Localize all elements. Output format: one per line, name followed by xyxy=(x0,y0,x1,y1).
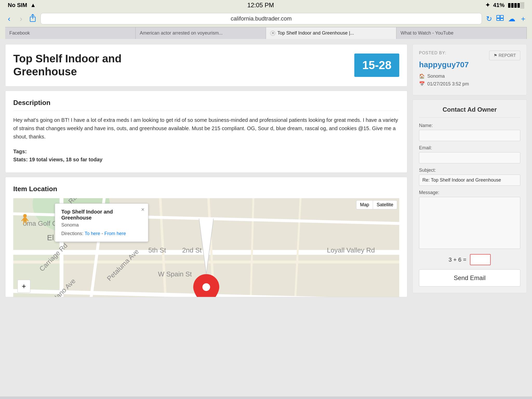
satellite-view-button[interactable]: Satellite xyxy=(373,200,397,209)
svg-rect-4 xyxy=(497,18,500,21)
map-zoom-button[interactable]: + xyxy=(17,280,30,293)
svg-point-39 xyxy=(23,214,27,218)
svg-rect-5 xyxy=(500,18,503,21)
tabs-button[interactable] xyxy=(496,15,504,23)
message-label: Message: xyxy=(419,190,520,195)
svg-line-43 xyxy=(23,222,24,224)
wifi-icon: ▲ xyxy=(30,2,36,9)
svg-text:W Spain St: W Spain St xyxy=(158,270,192,278)
status-right: ✦ 41% ▮▮▮▮░ xyxy=(485,2,524,9)
report-label: REPORT xyxy=(499,53,516,58)
popup-directions: Directions: To here - From here xyxy=(61,231,142,236)
name-input[interactable] xyxy=(419,130,520,141)
left-column: Top Shelf Indoor andGreenhouse 15-28 Des… xyxy=(5,44,407,391)
tags-stats: Tags: Stats: 19 total views, 18 so far t… xyxy=(13,149,399,163)
tab-close-budtrader[interactable]: ✕ xyxy=(270,31,275,36)
tab-label-youtube: What to Watch - YouTube xyxy=(401,30,454,36)
location-text: Sonoma xyxy=(427,74,445,79)
contact-box: Contact Ad Owner Name: Email: Subject: M… xyxy=(413,99,527,293)
tab-actor[interactable]: American actor arrested on voyeurism... xyxy=(136,27,266,39)
battery-label: 41% xyxy=(493,2,504,9)
status-time: 12:05 PM xyxy=(247,2,274,9)
description-heading: Description xyxy=(13,99,399,111)
svg-rect-3 xyxy=(500,15,503,18)
captcha-row: 3 + 6 = xyxy=(419,254,520,265)
popup-title: Top Shelf Indoor and Greenhouse xyxy=(61,209,142,221)
tab-label-budtrader: Top Shelf Indoor and Greenhouse |... xyxy=(277,30,354,36)
browser-chrome: ‹ › ↻ ☁ ＋ Facebook American act xyxy=(0,10,532,39)
new-tab-button[interactable]: ＋ xyxy=(520,14,527,24)
poster-date: 📅 01/27/2015 3:52 pm xyxy=(419,81,520,87)
posted-by-label: POSTED BY: xyxy=(419,51,446,55)
svg-rect-40 xyxy=(23,218,27,222)
tab-youtube[interactable]: What to Watch - YouTube xyxy=(396,27,527,39)
tab-budtrader[interactable]: ✕ Top Shelf Indoor and Greenhouse |... xyxy=(266,27,396,39)
date-text: 01/27/2015 3:52 pm xyxy=(427,81,469,87)
page-content: Top Shelf Indoor andGreenhouse 15-28 Des… xyxy=(0,39,532,396)
bookmarks-button[interactable]: ☁ xyxy=(508,15,515,23)
subject-label: Subject: xyxy=(419,168,520,173)
url-bar[interactable] xyxy=(41,13,482,24)
tabs-bar: Facebook American actor arrested on voye… xyxy=(5,27,527,39)
map-container[interactable]: Arnold Dr Railroad Ave Verano Ave Carria… xyxy=(13,198,399,297)
tags-label: Tags: xyxy=(13,149,27,154)
title-box: Top Shelf Indoor andGreenhouse 15-28 xyxy=(5,44,407,87)
svg-text:5th St: 5th St xyxy=(148,246,166,254)
carrier-label: No SIM xyxy=(8,2,27,9)
description-text: Hey what's going on BT! I have a lot of … xyxy=(13,116,399,141)
forward-button[interactable]: › xyxy=(17,13,25,24)
stats-value: 19 total views, 18 so far today xyxy=(29,157,102,162)
flag-icon: ⚑ xyxy=(494,53,497,58)
home-icon: 🏠 xyxy=(419,73,425,79)
svg-line-41 xyxy=(22,219,23,221)
captcha-expression: 3 + 6 = xyxy=(449,256,467,263)
subject-input[interactable] xyxy=(419,175,520,186)
popup-location: Sonoma xyxy=(61,222,142,228)
location-heading: Item Location xyxy=(13,185,399,193)
price-badge: 15-28 xyxy=(354,54,399,77)
posted-by-box: POSTED BY: ⚑ REPORT happyguy707 🏠 Sonoma… xyxy=(413,44,527,95)
from-here-link[interactable]: From here xyxy=(104,231,126,236)
svg-point-38 xyxy=(202,283,210,291)
map-view-button[interactable]: Map xyxy=(356,200,373,209)
share-button[interactable] xyxy=(29,14,36,24)
back-button[interactable]: ‹ xyxy=(5,13,13,24)
name-label: Name: xyxy=(419,123,520,128)
reload-button[interactable]: ↻ xyxy=(486,15,492,23)
svg-line-44 xyxy=(26,222,26,224)
directions-label: Directions: xyxy=(61,231,83,236)
poster-location: 🏠 Sonoma xyxy=(419,73,520,79)
tab-facebook[interactable]: Facebook xyxy=(5,27,136,39)
battery-icon: ▮▮▮▮░ xyxy=(508,2,524,9)
location-box: Item Location xyxy=(5,177,407,297)
calendar-icon: 📅 xyxy=(419,81,425,87)
report-button[interactable]: ⚑ REPORT xyxy=(489,51,520,60)
map-controls: Map Satellite xyxy=(356,200,397,209)
svg-text:Loyall Valley Rd: Loyall Valley Rd xyxy=(327,246,375,254)
tags-line: Tags: xyxy=(13,149,399,155)
status-left: No SIM ▲ xyxy=(8,2,36,9)
svg-line-42 xyxy=(27,219,28,221)
to-here-link[interactable]: To here xyxy=(85,231,100,236)
listing-title: Top Shelf Indoor andGreenhouse xyxy=(13,52,122,78)
map-popup: × Top Shelf Indoor and Greenhouse Sonoma… xyxy=(55,203,148,242)
status-bar: No SIM ▲ 12:05 PM ✦ 41% ▮▮▮▮░ xyxy=(0,0,532,10)
directions-separator: - xyxy=(102,231,104,236)
captcha-input[interactable] xyxy=(470,254,491,265)
message-textarea[interactable] xyxy=(419,197,520,249)
stats-line: Stats: 19 total views, 18 so far today xyxy=(13,157,399,163)
contact-heading: Contact Ad Owner xyxy=(419,106,520,118)
popup-close-button[interactable]: × xyxy=(141,206,144,213)
street-view-person[interactable] xyxy=(21,214,29,226)
description-box: Description Hey what's going on BT! I ha… xyxy=(5,91,407,173)
browser-toolbar: ‹ › ↻ ☁ ＋ xyxy=(5,13,527,27)
email-input[interactable] xyxy=(419,152,520,163)
tab-label-facebook: Facebook xyxy=(9,30,30,36)
bluetooth-icon: ✦ xyxy=(485,2,490,9)
stats-label: Stats: xyxy=(13,157,28,162)
svg-rect-2 xyxy=(497,15,500,18)
poster-username[interactable]: happyguy707 xyxy=(419,60,520,69)
tab-label-actor: American actor arrested on voyeurism... xyxy=(140,30,223,36)
send-email-button[interactable]: Send Email xyxy=(419,269,520,287)
email-label: Email: xyxy=(419,145,520,151)
